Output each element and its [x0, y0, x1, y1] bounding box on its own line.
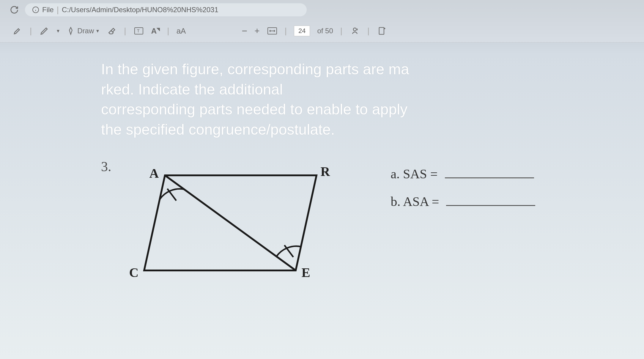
file-path: C:/Users/Admin/Desktop/HUNO8%20NHS%2031	[62, 6, 218, 14]
fit-width-icon[interactable]	[267, 26, 278, 36]
answer-a-row: a. SAS =	[391, 166, 536, 182]
browser-address-bar: File | C:/Users/Admin/Desktop/HUNO8%20NH…	[0, 0, 644, 20]
question-row: 3. A R C E a. SAS =	[101, 158, 632, 294]
chevron-down-icon: ▾	[96, 28, 99, 34]
textbox-icon[interactable]: T	[133, 26, 144, 36]
separator: |	[167, 26, 169, 36]
separator: |	[285, 26, 287, 36]
answer-b-blank[interactable]	[446, 203, 535, 206]
separator: |	[340, 26, 342, 36]
separator: |	[124, 26, 126, 36]
svg-text:T: T	[137, 29, 140, 33]
page-number-input[interactable]: 24	[294, 26, 310, 36]
draw-button[interactable]: Draw ▾	[67, 27, 99, 35]
file-scheme-label: File	[42, 6, 54, 14]
zoom-in-button[interactable]: +	[254, 26, 260, 36]
pdf-toolbar: | ▾ Draw ▾ | T A◥ | aA − + | 24 of 50 | …	[0, 20, 644, 42]
answer-a-label: a. SAS =	[391, 166, 438, 182]
highlight-icon[interactable]	[12, 26, 23, 36]
eraser-icon[interactable]	[106, 26, 117, 36]
prompt-line: In the given figure, corresponding parts…	[101, 61, 409, 78]
vertex-label-e: E	[302, 265, 310, 280]
text-tool-a[interactable]: A◥	[151, 26, 160, 36]
add-page-icon[interactable]	[377, 26, 387, 36]
page-total-label: of 50	[317, 27, 333, 35]
zoom-out-button[interactable]: −	[242, 26, 247, 37]
prompt-line: corresponding parts needed to enable to …	[101, 101, 407, 118]
separator: |	[30, 26, 32, 36]
vertex-label-r: R	[321, 164, 330, 179]
pen-icon	[67, 27, 75, 35]
document-content: In the given figure, corresponding parts…	[101, 59, 632, 294]
highlighter-icon[interactable]	[39, 26, 50, 36]
separator: |	[57, 5, 59, 15]
geometry-figure: A R C E	[126, 158, 340, 294]
address-field[interactable]: File | C:/Users/Admin/Desktop/HUNO8%20NH…	[25, 3, 307, 16]
svg-rect-7	[379, 27, 384, 34]
read-aloud-icon[interactable]	[349, 26, 360, 36]
vertex-label-c: C	[129, 265, 139, 280]
prompt-line: the specified congruence/postulate.	[101, 121, 335, 138]
chevron-down-icon[interactable]: ▾	[57, 28, 59, 34]
answer-b-row: b. ASA =	[391, 194, 536, 209]
vertex-label-a: A	[149, 166, 159, 181]
text-tool-ab[interactable]: aA	[177, 26, 186, 36]
question-prompt: In the given figure, corresponding parts…	[101, 59, 458, 140]
answer-a-blank[interactable]	[445, 175, 534, 178]
info-icon	[32, 6, 39, 13]
answer-b-label: b. ASA =	[391, 194, 439, 209]
separator: |	[367, 26, 369, 36]
prompt-line: rked. Indicate the additional	[101, 81, 283, 98]
question-number: 3.	[101, 159, 111, 174]
answer-section: a. SAS = b. ASA =	[391, 166, 536, 222]
reload-icon[interactable]	[9, 4, 20, 15]
svg-point-6	[353, 28, 356, 31]
draw-label: Draw	[77, 27, 94, 35]
